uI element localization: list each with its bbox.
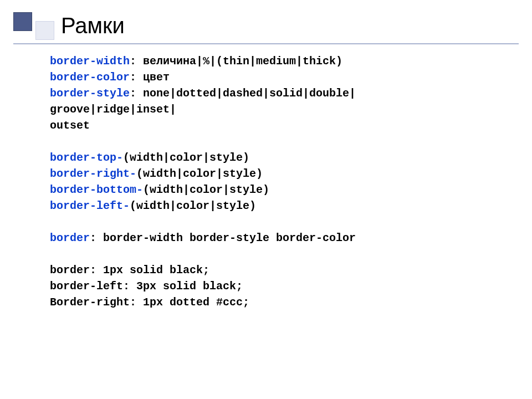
text: (width|color|style) [143,183,269,196]
text: (width|color|style) [123,151,249,164]
text: : цвет [130,71,170,84]
keyword: border-color [50,71,130,84]
keyword: border-top- [50,151,123,164]
text: : border-width border-style border-color [90,232,356,244]
text: groove|ridge|inset| [50,103,176,116]
keyword: border-width [50,55,130,68]
keyword: border-style [50,87,130,100]
keyword: border-bottom- [50,183,143,196]
text: (width|color|style) [136,167,263,180]
slide-decoration [13,12,54,40]
square-light-icon [35,21,54,40]
text: (width|color|style) [130,200,256,212]
keyword: border-right- [50,167,136,180]
text: : none|dotted|dashed|solid|double| [130,87,356,100]
text: : величина|%|(thin|medium|thick) [130,55,342,68]
text: border: 1px solid black; [50,264,209,277]
text: border-left: 3px solid black; [50,280,243,293]
keyword: border [50,232,90,244]
keyword: border-left- [50,200,130,212]
code-block: border-width: величина|%|(thin|medium|th… [50,53,510,310]
slide-title: Рамки [61,13,125,38]
divider [13,43,519,44]
square-dark-icon [13,12,32,31]
text: Border-right: 1px dotted #ccc; [50,296,249,309]
text: outset [50,119,90,132]
